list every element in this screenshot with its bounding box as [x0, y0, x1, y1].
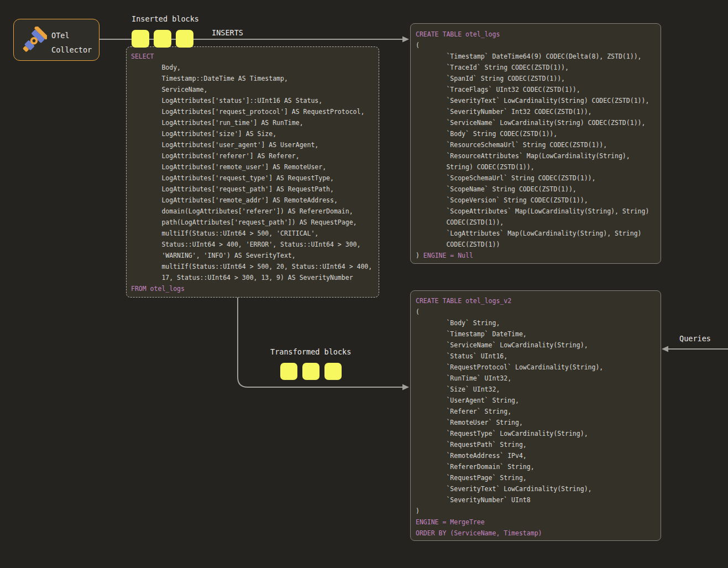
transformed-blocks-group: [280, 363, 342, 380]
code-line: ) ENGINE = Null: [416, 250, 657, 261]
code-line: CREATE TABLE otel_logs_v2: [416, 295, 657, 306]
code-line: LogAttributes['request_type'] AS Request…: [131, 173, 375, 184]
diagram-canvas: OTel Collector Inserted blocks INSERTS T…: [0, 0, 728, 568]
code-line: `ScopeName` String CODEC(ZSTD(1)),: [416, 184, 657, 195]
inserts-label: INSERTS: [212, 28, 243, 37]
code-line: Body,: [131, 62, 375, 73]
otel-collector-label: OTel Collector: [51, 28, 92, 57]
code-line: `Body` String,: [416, 317, 657, 329]
code-line: LogAttributes['referer'] AS Referer,: [131, 150, 375, 161]
create-table-otel-logs-v2-box: CREATE TABLE otel_logs_v2( `Body` String…: [410, 290, 661, 541]
code-line: CREATE TABLE otel_logs: [416, 29, 657, 40]
code-line: `RemoteUser` String,: [416, 417, 657, 428]
otel-label-line2: Collector: [51, 43, 92, 57]
telescope-icon: [19, 27, 47, 54]
code-line: `SeverityNumber` Int32 CODEC(ZSTD(1)),: [416, 106, 657, 117]
code-line: LogAttributes['remote_addr'] AS RemoteAd…: [131, 195, 375, 206]
code-line: multiIf(Status::UInt64 > 500, 20, Status…: [131, 261, 375, 272]
code-line: 'WARNING', 'INFO') AS SeverityText,: [131, 250, 375, 261]
code-line: `Body` String CODEC(ZSTD(1)),: [416, 128, 657, 139]
code-line: ): [416, 506, 657, 517]
code-line: `SpanId` String CODEC(ZSTD(1)),: [416, 73, 657, 84]
code-line: `RequestType` LowCardinality(String),: [416, 428, 657, 439]
code-line: `RunTime` UInt32,: [416, 373, 657, 384]
transform-arrowhead-icon: [402, 384, 409, 390]
transform-select-query-box: SELECT Body, Timestamp::DateTime AS Time…: [126, 46, 379, 298]
code-line: multiIf(Status::UInt64 > 500, 'CRITICAL'…: [131, 228, 375, 239]
create-table-otel-logs-box: CREATE TABLE otel_logs( `Timestamp` Date…: [410, 23, 661, 264]
code-line: `LogAttributes` Map(LowCardinality(Strin…: [416, 228, 657, 239]
code-line: ENGINE = MergeTree: [416, 517, 657, 528]
code-line: `ScopeVersion` String CODEC(ZSTD(1)),: [416, 195, 657, 206]
code-line: `Size` UInt32,: [416, 384, 657, 395]
code-line: 17, Status::UInt64 > 300, 13, 9) AS Seve…: [131, 272, 375, 283]
queries-arrowhead-icon: [662, 346, 668, 352]
code-line: `ServiceName` LowCardinality(String),: [416, 340, 657, 351]
otel-collector-node: OTel Collector: [13, 19, 99, 61]
data-block: [324, 363, 342, 380]
code-line: CODEC(ZSTD(1)),: [416, 217, 657, 228]
code-line: (: [416, 306, 657, 317]
code-line: ServiceName,: [131, 84, 375, 95]
code-line: SELECT: [131, 51, 375, 62]
code-line: domain(LogAttributes['referer']) AS Refe…: [131, 206, 375, 217]
data-block: [154, 30, 171, 48]
code-line: path(LogAttributes['request_path']) AS R…: [131, 217, 375, 228]
code-line: LogAttributes['request_protocol'] AS Req…: [131, 106, 375, 117]
code-line: `Timestamp` DateTime,: [416, 329, 657, 340]
data-block: [280, 363, 297, 380]
code-line: `SeverityText` LowCardinality(String) CO…: [416, 95, 657, 106]
code-line: `UserAgent` String,: [416, 395, 657, 406]
code-line: CODEC(ZSTD(1)): [416, 239, 657, 250]
code-line: LogAttributes['size'] AS Size,: [131, 128, 375, 139]
code-line: Status::UInt64 > 400, 'ERROR', Status::U…: [131, 239, 375, 250]
code-line: `ResourceSchemaUrl` String CODEC(ZSTD(1)…: [416, 139, 657, 150]
code-line: `TraceId` String CODEC(ZSTD(1)),: [416, 62, 657, 73]
inserted-blocks-group: [132, 30, 193, 48]
code-line: `RequestPage` String,: [416, 472, 657, 483]
code-line: LogAttributes['status']::UInt16 AS Statu…: [131, 95, 375, 106]
code-line: `Status` UInt16,: [416, 351, 657, 362]
code-line: `ScopeSchemaUrl` String CODEC(ZSTD(1)),: [416, 173, 657, 184]
code-line: FROM otel_logs: [131, 283, 375, 294]
code-line: String) CODEC(ZSTD(1)),: [416, 161, 657, 173]
code-line: `Referer` String,: [416, 406, 657, 417]
code-line: Timestamp::DateTime AS Timestamp,: [131, 73, 375, 84]
code-line: `Timestamp` DateTime64(9) CODEC(Delta(8)…: [416, 51, 657, 62]
data-block: [176, 30, 193, 48]
code-line: `ResourceAttributes` Map(LowCardinality(…: [416, 150, 657, 161]
code-line: `SeverityNumber` UInt8: [416, 494, 657, 506]
queries-label: Queries: [679, 334, 711, 343]
code-line: (: [416, 40, 657, 51]
code-line: LogAttributes['user_agent'] AS UserAgent…: [131, 139, 375, 150]
data-block: [302, 363, 320, 380]
data-block: [132, 30, 149, 48]
code-line: ORDER BY (ServiceName, Timestamp): [416, 528, 657, 539]
inserts-arrowhead-icon: [402, 37, 409, 43]
transformed-blocks-label: Transformed blocks: [270, 347, 351, 356]
code-line: `ScopeAttributes` Map(LowCardinality(Str…: [416, 206, 657, 217]
code-line: `SeverityText` LowCardinality(String),: [416, 483, 657, 494]
code-line: `ServiceName` LowCardinality(String) COD…: [416, 117, 657, 128]
code-line: `RequestProtocol` LowCardinality(String)…: [416, 362, 657, 373]
inserted-blocks-label: Inserted blocks: [132, 14, 199, 23]
otel-label-line1: OTel: [51, 28, 92, 43]
code-line: LogAttributes['remote_user'] AS RemoteUs…: [131, 161, 375, 173]
code-line: LogAttributes['run_time'] AS RunTime,: [131, 117, 375, 128]
code-line: LogAttributes['request_path'] AS Request…: [131, 184, 375, 195]
code-line: `TraceFlags` UInt32 CODEC(ZSTD(1)),: [416, 84, 657, 95]
code-line: `RequestPath` String,: [416, 439, 657, 450]
code-line: `RemoteAddress` IPv4,: [416, 450, 657, 461]
code-line: `RefererDomain` String,: [416, 461, 657, 472]
